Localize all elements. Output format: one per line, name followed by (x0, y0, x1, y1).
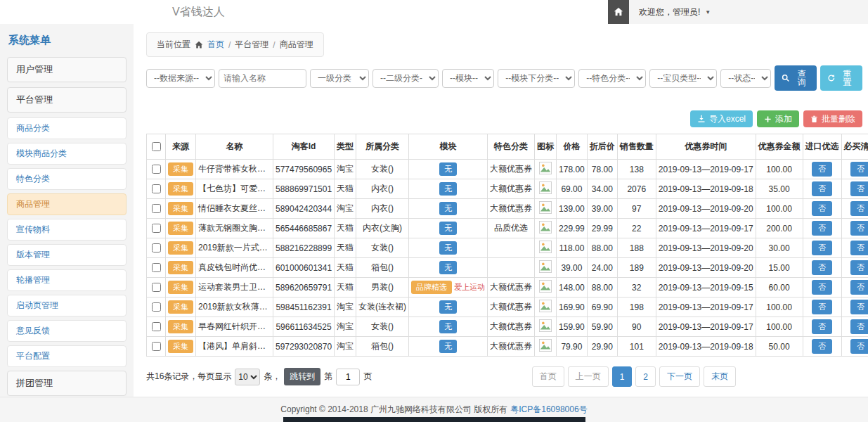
breadcrumb-separator: / (273, 40, 275, 50)
sidebar-item-special-category[interactable]: 特色分类 (7, 168, 127, 190)
source-cell: 采集 (166, 238, 196, 258)
column-header: 优惠券金额 (756, 134, 803, 160)
must-buy-button[interactable]: 否 (850, 280, 868, 295)
import-optional-button[interactable]: 否 (812, 221, 832, 236)
import-optional-button[interactable]: 否 (812, 162, 832, 177)
platform-type: 淘宝 (335, 317, 356, 337)
special-category-select[interactable]: --特色分类-- (578, 69, 646, 88)
sidebar-item-feedback[interactable]: 意见反馈 (7, 320, 127, 342)
icp-link[interactable]: 粤ICP备16098006号 (510, 404, 587, 416)
platform-type: 淘宝 (335, 337, 356, 357)
sidebar-item-module-goods-category[interactable]: 模块商品分类 (7, 143, 127, 165)
jump-pre-text: 第 (324, 371, 332, 383)
source-cell: 采集 (166, 298, 196, 317)
name-input[interactable] (219, 69, 306, 88)
table-row: 采集运动套装男士卫衣初秋...589620659791天猫男装()品牌精选爱上运… (147, 278, 868, 298)
breadcrumb-home-link[interactable]: 首页 (207, 39, 224, 51)
sidebar-item-carousel-management[interactable]: 轮播管理 (7, 269, 127, 291)
import-optional-button-cell: 否 (803, 199, 841, 219)
sidebar-item-version-management[interactable]: 版本管理 (7, 244, 127, 266)
pagination-row: 共16条记录，每页显示 10 条， 跳转到 第 页 首页上一页12下一页末页 (146, 366, 862, 387)
sidebar-item-user-management[interactable]: 用户管理 (7, 57, 127, 82)
import-optional-button-cell: 否 (803, 337, 841, 357)
level1-category-select[interactable]: 一级分类 (310, 69, 369, 88)
must-buy-button[interactable]: 否 (850, 300, 868, 314)
status-select[interactable]: --状态-- (720, 69, 771, 88)
must-buy-button[interactable]: 否 (850, 201, 868, 216)
import-optional-button[interactable]: 否 (812, 201, 832, 216)
sales-count: 2076 (617, 179, 656, 199)
platform-type: 天猫 (335, 219, 356, 238)
must-buy-button[interactable]: 否 (850, 181, 868, 196)
row-checkbox[interactable] (152, 283, 161, 292)
module-subcategory-select[interactable]: --模块下分类-- (498, 69, 575, 88)
row-check-cell (147, 238, 166, 258)
batch-delete-button[interactable]: 批量删除 (803, 110, 862, 127)
must-buy-button[interactable]: 否 (850, 241, 868, 255)
row-check-cell (147, 219, 166, 238)
item-type-select[interactable]: --宝贝类型-- (649, 69, 717, 88)
must-buy-button-cell: 否 (841, 199, 868, 219)
sidebar-item-platform-config[interactable]: 平台配置 (7, 345, 127, 367)
must-buy-button[interactable]: 否 (850, 162, 868, 177)
per-page-select[interactable]: 10 (235, 369, 260, 385)
module-badge: 无 (439, 202, 457, 215)
select-all-checkbox[interactable] (152, 142, 161, 151)
must-buy-button[interactable]: 否 (850, 260, 868, 275)
row-checkbox[interactable] (152, 165, 161, 174)
level2-category-select[interactable]: --二级分类-- (373, 69, 439, 88)
page-number-input[interactable] (336, 369, 360, 385)
row-checkbox[interactable] (152, 322, 161, 331)
pager-button[interactable]: 1 (612, 366, 633, 387)
special-category: 大额优惠券 (488, 179, 535, 199)
module-cell: 无 (409, 258, 488, 278)
row-checkbox[interactable] (152, 342, 161, 351)
must-buy-button[interactable]: 否 (850, 319, 868, 334)
add-button[interactable]: 添加 (757, 110, 799, 127)
module-select[interactable]: --模块-- (442, 69, 494, 88)
sidebar-item-splash-page-management[interactable]: 启动页管理 (7, 295, 127, 316)
product-name: 牛仔背带裤女秋装减龄... (196, 160, 273, 179)
pager-button[interactable]: 2 (635, 366, 656, 387)
reset-button[interactable]: 重置 (820, 65, 862, 91)
sidebar-item-group-buy-management[interactable]: 拼团管理 (7, 371, 127, 396)
row-checkbox[interactable] (152, 204, 161, 213)
must-buy-button[interactable]: 否 (850, 339, 868, 354)
search-button[interactable]: 查询 (775, 65, 817, 91)
table-row: 采集2019新款一片式系...588216228899天猫女装()无118.00… (147, 238, 868, 258)
pager-button[interactable]: 末页 (704, 366, 736, 387)
row-checkbox[interactable] (152, 263, 161, 272)
must-buy-button-cell: 否 (841, 179, 868, 199)
import-optional-button[interactable]: 否 (812, 260, 832, 275)
discount-price: 78.00 (587, 160, 617, 179)
home-icon (195, 41, 203, 49)
import-optional-button[interactable]: 否 (812, 280, 832, 295)
import-optional-button[interactable]: 否 (812, 319, 832, 334)
pager-button[interactable]: 下一页 (659, 366, 700, 387)
pager-button[interactable]: 上一页 (568, 366, 609, 387)
row-checkbox[interactable] (152, 243, 161, 252)
sidebar-item-goods-category[interactable]: 商品分类 (7, 117, 127, 139)
table-header-row: 来源名称淘客Id类型所属分类模块特色分类图标价格折后价销售数量优惠券时间优惠券金… (147, 134, 868, 160)
row-checkbox[interactable] (152, 224, 161, 233)
breadcrumb-item: 商品管理 (280, 39, 313, 51)
import-excel-button[interactable]: 导入excel (690, 110, 753, 127)
row-checkbox[interactable] (152, 302, 161, 312)
import-optional-button[interactable]: 否 (812, 300, 832, 314)
user-menu[interactable]: 欢迎您，管理员! ▼ (629, 0, 720, 24)
sidebar-item-platform-management[interactable]: 平台管理 (7, 87, 127, 113)
discount-price: 39.00 (587, 199, 617, 219)
data-source-select[interactable]: --数据来源-- (146, 69, 215, 88)
home-button[interactable] (608, 0, 629, 24)
jump-to-button[interactable]: 跳转到 (284, 368, 320, 385)
must-buy-button[interactable]: 否 (850, 221, 868, 236)
discount-price: 69.90 (587, 298, 617, 317)
import-optional-button[interactable]: 否 (812, 241, 832, 255)
sidebar-item-promo-materials[interactable]: 宣传物料 (7, 219, 127, 241)
table-row: 采集【港风】单肩斜挎链条...597293020870淘宝箱包()无大额优惠券7… (147, 337, 868, 357)
pager-button[interactable]: 首页 (532, 366, 564, 387)
import-optional-button[interactable]: 否 (812, 339, 832, 354)
import-optional-button[interactable]: 否 (812, 181, 832, 196)
sidebar-item-goods-management[interactable]: 商品管理 (7, 193, 127, 215)
row-checkbox[interactable] (152, 184, 161, 193)
